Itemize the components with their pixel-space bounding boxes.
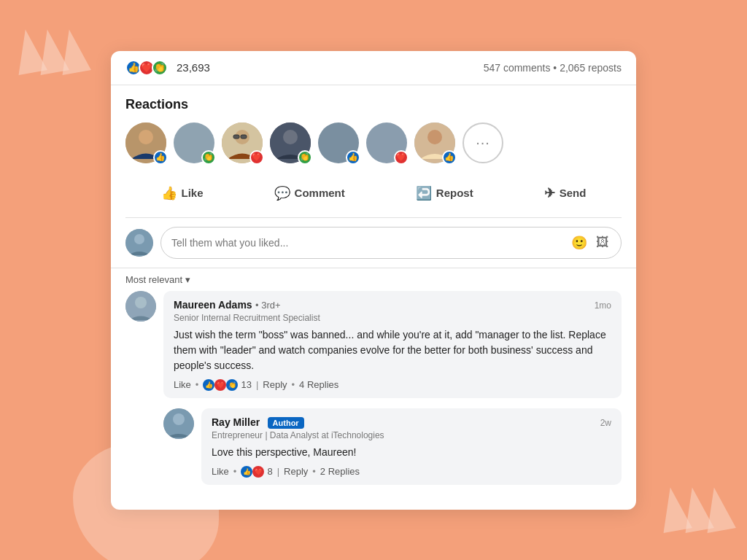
avatar-1-badge: 👍 — [153, 150, 168, 165]
avatar-2[interactable]: 👏 — [174, 122, 214, 163]
comment-1-author-name: Maureen Adams — [174, 299, 252, 311]
comment-1-like-icon: 👍 — [203, 379, 214, 391]
send-button[interactable]: ✈ Send — [533, 179, 598, 207]
svg-point-9 — [427, 130, 442, 144]
comment-count: 547 comments — [484, 62, 551, 74]
sort-row: Most relevant ▾ — [111, 268, 636, 291]
main-card: 👍 ❤️ 👏 23,693 547 comments • 2,065 repos… — [111, 51, 636, 510]
reply-1-avatar[interactable] — [163, 408, 194, 439]
avatar-4-badge: 👏 — [298, 150, 312, 165]
reaction-count: 23,693 — [177, 61, 210, 74]
repost-button[interactable]: ↩️ Repost — [404, 179, 485, 207]
svg-point-15 — [173, 413, 185, 425]
comment-1-footer: Like • 👍 ❤️ 👏 13 | Reply • 4 Replies — [174, 379, 611, 391]
svg-point-1 — [139, 130, 153, 144]
comment-button[interactable]: 💬 Comment — [263, 179, 357, 207]
avatar-2-badge: 👏 — [201, 150, 216, 165]
avatar-1[interactable]: 👍 — [125, 122, 166, 163]
comment-1-header: Maureen Adams • 3rd+ 1mo — [174, 298, 611, 311]
send-label: Send — [560, 187, 587, 199]
comment-1-like-btn[interactable]: Like — [174, 379, 191, 390]
svg-point-11 — [134, 234, 144, 244]
reply-1-author-name: Ray Miller — [212, 416, 260, 428]
reply-1-reactions: 👍 ❤️ 8 — [241, 466, 272, 478]
comment-1-replies-btn[interactable]: 4 Replies — [299, 379, 338, 390]
commenter-avatar — [125, 229, 153, 257]
avatar-7-badge: 👍 — [442, 150, 457, 165]
comment-1-reply-btn[interactable]: Reply — [263, 379, 287, 390]
reply-1-reactions-count: 8 — [267, 466, 272, 477]
reply-1-author-info: Ray Miller Author — [212, 416, 304, 429]
reply-item-1: Ray Miller Author 2w Entrepreneur | Data… — [163, 408, 622, 485]
comment-1-avatar[interactable] — [125, 291, 156, 322]
like-label: Like — [182, 187, 204, 199]
reply-1-header: Ray Miller Author 2w — [212, 416, 611, 429]
avatar-5-badge: 👍 — [346, 150, 360, 165]
comment-1-author-info: Maureen Adams • 3rd+ — [174, 298, 281, 311]
avatar-6-badge: ❤️ — [394, 150, 409, 165]
svg-point-13 — [135, 297, 147, 308]
comment-1-degree: • 3rd+ — [255, 300, 281, 311]
repost-button-icon: ↩️ — [416, 185, 432, 201]
reply-1-time: 2w — [600, 418, 611, 428]
decorative-bottom-right — [652, 472, 740, 545]
comment-input-box: 🙂 🖼 — [160, 227, 622, 259]
sort-chevron-icon: ▾ — [185, 274, 190, 285]
stats-right: 547 comments • 2,065 reposts — [484, 62, 622, 74]
repost-count: 2,065 reposts — [560, 62, 622, 74]
repost-label: Repost — [436, 187, 473, 199]
stats-left: 👍 ❤️ 👏 23,693 — [125, 60, 210, 76]
comment-1-reactions-count: 13 — [241, 379, 251, 390]
comment-button-icon: 💬 — [274, 185, 290, 201]
avatar-7[interactable]: 👍 — [414, 122, 455, 163]
comment-1-body: Maureen Adams • 3rd+ 1mo Senior Internal… — [163, 291, 622, 398]
reply-indent: Ray Miller Author 2w Entrepreneur | Data… — [163, 408, 622, 485]
reply-1-replies-btn[interactable]: 2 Replies — [320, 466, 360, 477]
svg-rect-5 — [241, 135, 247, 139]
reply-1-like-btn[interactable]: Like — [212, 466, 229, 477]
comment-label: Comment — [295, 187, 345, 199]
comment-input-row: 🙂 🖼 — [111, 218, 636, 268]
avatar-3-badge: ❤️ — [249, 150, 264, 165]
reply-1-avatar-image — [163, 408, 194, 439]
comment-1-role: Senior Internal Recruitment Specialist — [174, 313, 611, 323]
stats-bar: 👍 ❤️ 👏 23,693 547 comments • 2,065 repos… — [111, 51, 636, 85]
avatar-row: 👍 👏 ❤️ — [125, 122, 622, 163]
author-badge: Author — [268, 417, 304, 429]
like-button[interactable]: 👍 Like — [150, 179, 215, 207]
reply-1-reply-btn[interactable]: Reply — [284, 466, 308, 477]
image-button[interactable]: 🖼 — [595, 233, 611, 252]
reply-1-love-icon: ❤️ — [252, 466, 264, 478]
decorative-top-left — [7, 15, 95, 88]
sort-dropdown[interactable]: Most relevant ▾ — [125, 274, 190, 285]
emoji-button[interactable]: 🙂 — [570, 233, 589, 252]
like-button-icon: 👍 — [161, 185, 177, 201]
reactions-section: Reactions 👍 👏 — [111, 85, 636, 218]
separator: • — [553, 62, 560, 74]
send-button-icon: ✈ — [544, 185, 555, 201]
reply-1-like-icon: 👍 — [241, 466, 252, 478]
reaction-icons: 👍 ❤️ 👏 — [125, 60, 165, 76]
reply-1-body: Ray Miller Author 2w Entrepreneur | Data… — [201, 408, 622, 485]
more-avatars-button[interactable]: ··· — [462, 122, 503, 163]
reply-1-text: Love this perspective, Maureen! — [212, 445, 611, 460]
sort-label-text: Most relevant — [125, 274, 182, 285]
comment-1-clap-icon: 👏 — [226, 379, 238, 391]
comment-text-input[interactable] — [171, 237, 564, 249]
svg-rect-4 — [233, 135, 239, 139]
avatar-5[interactable]: 👍 — [318, 122, 359, 163]
comment-item-1: Maureen Adams • 3rd+ 1mo Senior Internal… — [125, 291, 622, 398]
reply-1-role: Entrepreneur | Data Analyst at iTechnolo… — [212, 430, 611, 440]
avatar-6[interactable]: ❤️ — [366, 122, 407, 163]
action-buttons: 👍 Like 💬 Comment ↩️ Repost ✈ Send — [125, 176, 622, 218]
reactions-title: Reactions — [125, 97, 622, 112]
reply-1-footer: Like • 👍 ❤️ 8 | Reply • 2 Replies — [212, 466, 611, 478]
comment-1-reactions: 👍 ❤️ 👏 13 — [203, 379, 251, 391]
svg-point-7 — [283, 130, 298, 144]
avatar-3[interactable]: ❤️ — [222, 122, 263, 163]
comment-1-text: Just wish the term "boss" was banned... … — [174, 327, 611, 373]
comment-1-time: 1mo — [595, 300, 611, 311]
comment-1-avatar-image — [125, 291, 156, 322]
commenter-avatar-image — [125, 229, 153, 257]
avatar-4[interactable]: 👏 — [270, 122, 311, 163]
